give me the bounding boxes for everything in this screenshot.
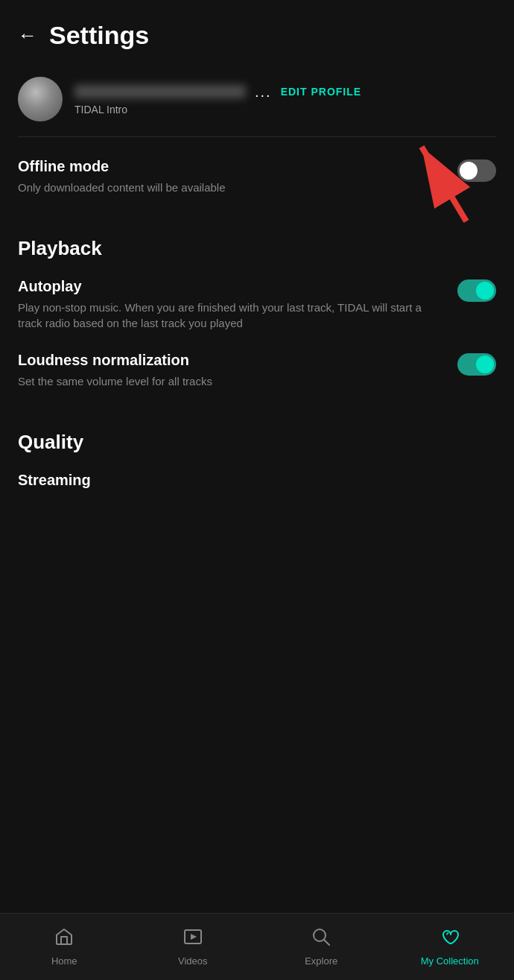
offline-mode-toggle-thumb [460,162,477,180]
nav-item-videos[interactable]: Videos [163,927,223,967]
autoplay-desc: Play non-stop music. When you are finish… [18,300,442,331]
back-button[interactable]: ← [18,24,37,47]
offline-mode-section: Offline mode Only downloaded content wil… [0,137,514,195]
autoplay-toggle-thumb [476,282,494,300]
header: ← Settings [0,0,514,65]
profile-subtitle: TIDAL Intro [74,104,496,116]
loudness-toggle-thumb [476,355,494,373]
autoplay-item: Autoplay Play non-stop music. When you a… [18,278,496,331]
nav-item-my-collection[interactable]: My Collection [420,927,480,967]
svg-line-5 [324,940,329,945]
offline-mode-toggle[interactable] [457,159,496,182]
offline-mode-desc: Only downloaded content will be availabl… [18,180,442,195]
svg-marker-3 [191,934,197,940]
quality-title: Quality [18,431,496,454]
offline-mode-text: Offline mode Only downloaded content wil… [18,158,457,195]
page-title: Settings [49,21,149,50]
loudness-item: Loudness normalization Set the same volu… [18,352,496,389]
profile-section: ... EDIT PROFILE TIDAL Intro [0,65,514,136]
edit-profile-button[interactable]: EDIT PROFILE [281,86,361,98]
quality-section: Quality Streaming [0,410,514,489]
autoplay-text: Autoplay Play non-stop music. When you a… [18,278,457,331]
videos-icon [183,927,203,951]
bottom-nav: Home Videos Explore My Collectio [0,913,514,980]
profile-dots[interactable]: ... [255,83,272,101]
loudness-text: Loudness normalization Set the same volu… [18,352,457,389]
nav-item-explore[interactable]: Explore [291,927,351,967]
profile-name-blurred [74,85,246,98]
streaming-label: Streaming [18,472,496,489]
loudness-toggle[interactable] [457,353,496,376]
avatar [18,77,63,121]
my-collection-icon [440,927,460,951]
explore-icon [311,927,331,951]
profile-info: ... EDIT PROFILE TIDAL Intro [74,83,496,116]
nav-item-home[interactable]: Home [34,927,94,967]
playback-title: Playback [18,237,496,260]
home-icon [54,927,74,951]
offline-mode-label: Offline mode [18,158,442,175]
explore-nav-label: Explore [305,955,337,967]
videos-nav-label: Videos [178,955,208,967]
home-nav-label: Home [51,955,77,967]
offline-mode-item: Offline mode Only downloaded content wil… [18,158,496,195]
loudness-label: Loudness normalization [18,352,442,369]
loudness-desc: Set the same volume level for all tracks [18,373,442,389]
autoplay-label: Autoplay [18,278,442,295]
autoplay-toggle[interactable] [457,279,496,302]
playback-section: Playback Autoplay Play non-stop music. W… [0,216,514,389]
my-collection-nav-label: My Collection [421,955,479,967]
